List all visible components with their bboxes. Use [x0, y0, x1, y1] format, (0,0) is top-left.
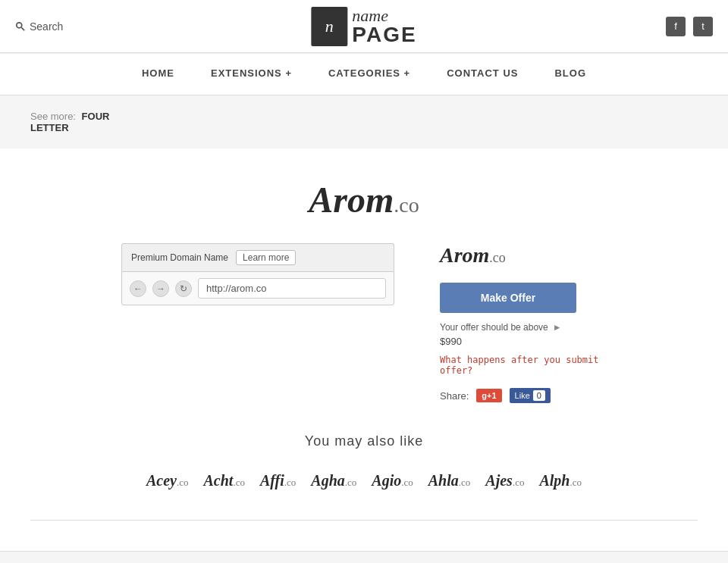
list-item[interactable]: Agha.co: [311, 472, 356, 489]
main-nav: HOME EXTENSIONS + CATEGORIES + CONTACT U…: [0, 53, 728, 95]
list-item[interactable]: Affi.co: [260, 472, 296, 489]
premium-bar: Premium Domain Name Learn more: [121, 243, 394, 271]
main-content: Arom.co Premium Domain Name Learn more ←…: [0, 149, 728, 551]
offer-section: Arom.co Make Offer Your offer should be …: [440, 243, 607, 403]
also-like-section: You may also like Acey.co Acht.co Affi.c…: [30, 433, 698, 489]
list-item[interactable]: Ajes.co: [485, 472, 524, 489]
fb-like-label: Like: [515, 391, 530, 400]
breadcrumb: See more: FOUR LETTER: [0, 95, 728, 149]
url-bar[interactable]: [198, 278, 386, 299]
nav-categories[interactable]: CATEGORIES +: [310, 54, 428, 95]
gplus-button[interactable]: g+1: [476, 389, 501, 402]
also-like-grid: Acey.co Acht.co Affi.co Agha.co Agio.co …: [30, 472, 698, 489]
share-label: Share:: [440, 390, 469, 402]
offer-price: $990: [440, 336, 607, 347]
search-icon: [15, 21, 26, 32]
facebook-icon[interactable]: f: [666, 17, 686, 36]
social-links: f t: [666, 17, 713, 36]
list-item[interactable]: Alph.co: [539, 472, 582, 489]
logo-text: name PAGE: [352, 8, 416, 45]
learn-more-button[interactable]: Learn more: [236, 250, 296, 265]
also-like-title: You may also like: [30, 433, 698, 449]
twitter-icon[interactable]: t: [693, 17, 713, 36]
svg-point-0: [17, 22, 22, 27]
premium-label: Premium Domain Name: [131, 252, 228, 263]
nav-contact[interactable]: CONTACT US: [428, 54, 536, 95]
domain-title-area: Arom.co: [30, 179, 698, 221]
list-item[interactable]: Ahla.co: [428, 472, 471, 489]
make-offer-button[interactable]: Make Offer: [440, 283, 576, 313]
footer-nav: ABOUT US TERMS OF SERVICE PRIVACY POLICY…: [0, 551, 728, 563]
fb-like-button[interactable]: Like 0: [510, 388, 551, 403]
search-area[interactable]: Search: [15, 20, 63, 33]
domain-big-title: Arom.co: [309, 180, 419, 220]
submit-offer-link[interactable]: What happens after you submit offer?: [440, 355, 607, 376]
back-button[interactable]: ←: [130, 280, 146, 297]
forward-button[interactable]: →: [152, 280, 169, 297]
browser-bar: ← → ↻: [121, 271, 394, 305]
divider: [30, 520, 698, 521]
list-item[interactable]: Acey.co: [146, 472, 189, 489]
logo-icon: n: [311, 7, 347, 46]
nav-extensions[interactable]: EXTENSIONS +: [193, 54, 310, 95]
search-label: Search: [30, 20, 63, 33]
nav-blog[interactable]: BLOG: [536, 54, 604, 95]
list-item[interactable]: Agio.co: [372, 472, 413, 489]
domain-tld: .co: [394, 193, 419, 217]
list-item[interactable]: Acht.co: [204, 472, 245, 489]
content-row: Premium Domain Name Learn more ← → ↻ Aro…: [30, 243, 698, 403]
fb-count: 0: [533, 390, 545, 401]
header: Search n name PAGE f t: [0, 0, 728, 53]
share-row: Share: g+1 Like 0: [440, 388, 607, 403]
refresh-button[interactable]: ↻: [175, 280, 192, 297]
nav-home[interactable]: HOME: [124, 54, 193, 95]
svg-line-1: [21, 27, 24, 30]
offer-hint: Your offer should be above ►: [440, 322, 607, 333]
see-more-label: See more:: [30, 111, 76, 122]
logo: n name PAGE: [311, 7, 416, 46]
offer-domain-name: Arom.co: [440, 243, 607, 267]
browser-section: Premium Domain Name Learn more ← → ↻: [121, 243, 394, 305]
arrow-icon: ►: [553, 322, 562, 333]
